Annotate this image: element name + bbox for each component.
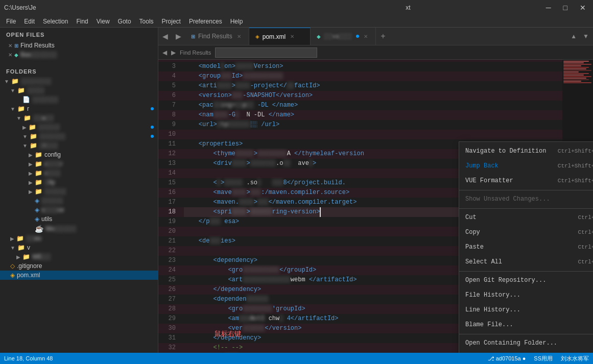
close-find-results[interactable]: ✕ (8, 43, 12, 48)
folder-es[interactable]: ▶ 📁 ░░es (0, 234, 158, 243)
arrow-dot: ▼ (10, 88, 15, 93)
search-input[interactable] (215, 47, 317, 58)
ctx-line-history[interactable]: Line History... (459, 303, 593, 318)
line-numbers: 3 4 5 6 7 8 9 10 11 12 13 14 15 16 17 18 (158, 60, 180, 353)
arrow-config: ▶ (29, 152, 33, 158)
maximize-button[interactable]: □ (560, 3, 571, 13)
ctx-copy[interactable]: Copy Ctrl+C (459, 225, 593, 240)
ctx-select-all[interactable]: Select All Ctrl+A (459, 255, 593, 270)
tab-va-close[interactable]: ✕ (362, 33, 369, 40)
file-sub5[interactable]: ▶ ◈ ░░░░░ (0, 196, 158, 205)
menu-item-view[interactable]: View (92, 17, 114, 26)
folder-sub2[interactable]: ▼ 📁 ░░░░░░ (0, 132, 158, 141)
menu-item-preferences[interactable]: Preferences (185, 17, 226, 26)
menu-item-find[interactable]: Find (72, 17, 92, 26)
context-menu: Navigate to Definition Ctrl+Shift+, Jump… (459, 141, 593, 353)
search-nav-prev[interactable]: ◀ (162, 49, 167, 56)
folder-c2[interactable]: ▶ 📁 c░░░ (0, 168, 158, 178)
file-wo[interactable]: ▶ ☕ Wo░░░░░ (0, 224, 158, 234)
folder-sub1[interactable]: ▶ 📁 ░░░░░ (0, 123, 158, 132)
folder-ity[interactable]: ▶ 📁 ░ity (0, 178, 158, 187)
tab-next-btn[interactable]: ▶ (172, 28, 185, 45)
folder-r[interactable]: ▼ 📁 r (0, 104, 158, 113)
menu-item-tools[interactable]: Tools (135, 17, 158, 26)
folder-cr[interactable]: ▶ 📁 c░░░r (0, 159, 158, 168)
file-utils[interactable]: ▶ ◈ utils (0, 214, 158, 224)
title-suffix: xt (273, 4, 542, 11)
tab-pomxml-close[interactable]: ✕ (289, 33, 296, 40)
folder-root[interactable]: ▼ 📁 ░░░░░░░ (0, 77, 158, 86)
status-author[interactable]: 刘水水将军 (561, 355, 589, 362)
ctx-cut[interactable]: Cut Ctrl+X (459, 210, 593, 225)
menu-item-project[interactable]: Project (158, 17, 185, 26)
folder-config-icon: 📁 (35, 151, 42, 158)
tab-add-btn[interactable]: + (376, 28, 390, 45)
minimize-button[interactable]: ─ (543, 3, 554, 13)
tab-scroll-down[interactable]: ▼ (581, 32, 591, 41)
arrow-c2: ▶ (29, 171, 33, 176)
tab-scroll-up[interactable]: ▲ (568, 32, 579, 41)
folder-sub4[interactable]: ▶ 📁 ░░░░░ (0, 187, 158, 196)
ctx-paste-shortcut: Ctrl+V (578, 242, 593, 252)
folder-v-icon: 📁 (17, 244, 25, 251)
folder-config-label: config (44, 151, 61, 158)
code-line-7: <pac░░ing>░░p░░ -DL </name> (184, 101, 562, 110)
menu-item-goto[interactable]: Goto (114, 17, 135, 26)
file-item-1[interactable]: ▶ 📄 ░░░░░░ (0, 95, 158, 104)
search-nav-next[interactable]: ▶ (171, 49, 176, 56)
menu-item-edit[interactable]: Edit (20, 17, 39, 26)
editor-content[interactable]: 3 4 5 6 7 8 9 10 11 12 13 14 15 16 17 18 (158, 60, 593, 353)
close-bas[interactable]: ✕ (8, 52, 12, 58)
ln-15: 15 (158, 178, 176, 188)
file-gitignore[interactable]: ▶ ◇ .gitignore (0, 261, 158, 271)
ctx-jump-back[interactable]: Jump Back Ctrl+Shift+, (459, 159, 593, 174)
file-sce[interactable]: ▶ ◈ s░░░ce (0, 205, 158, 214)
folder-we[interactable]: ▶ 📁 WE░░ (0, 252, 158, 261)
ctx-blame-file[interactable]: Blame File... (459, 318, 593, 332)
ctx-file-history[interactable]: File History... (459, 288, 593, 303)
ln-22: 22 (158, 246, 176, 256)
ctx-blame-file-label: Blame File... (465, 320, 513, 330)
tab-va[interactable]: ◆ ░░va░░░ ✕ (311, 28, 376, 45)
folder-es-icon: 📁 (16, 235, 24, 242)
menu-item-file[interactable]: File (2, 17, 20, 26)
folder-l[interactable]: ▼ 📁 ░l░░░ (0, 141, 158, 150)
tab-prev-btn[interactable]: ◀ (158, 28, 172, 45)
arrow-a: ▼ (16, 115, 21, 121)
menu-item-help[interactable]: Help (226, 17, 247, 26)
ctx-vue-formatter[interactable]: VUE Formatter Ctrl+Shift+G (459, 174, 593, 188)
open-files-list: ✕ ⊞ Find Results ✕ ◆ Bas░░░░░░ (0, 40, 158, 60)
ln-20: 20 (158, 227, 176, 236)
close-button[interactable]: ✕ (577, 3, 589, 13)
folder-config[interactable]: ▶ 📁 config (0, 150, 158, 159)
status-user[interactable]: SS用用 (534, 355, 553, 362)
file-pomxml[interactable]: ▶ ◈ pom.xml (0, 271, 158, 280)
ctx-copy-path[interactable]: Copy File Path (459, 351, 593, 353)
folder-c2-icon: 📁 (35, 169, 42, 177)
code-line-3: <model░on>░░░░░Version> (184, 62, 562, 71)
folder-dot[interactable]: ▼ 📁 ░░░░ (0, 86, 158, 95)
folder-v[interactable]: ▼ 📁 v (0, 243, 158, 252)
tab-find-results[interactable]: ⊞ Find Results ✕ (185, 28, 249, 45)
menu-item-selection[interactable]: Selection (39, 17, 72, 26)
tab-pomxml[interactable]: ◈ pom.xml ✕ (249, 28, 311, 45)
ctx-navigate-definition[interactable]: Navigate to Definition Ctrl+Shift+, (459, 144, 593, 159)
open-file-bas[interactable]: ✕ ◆ Bas░░░░░░ (0, 50, 158, 59)
status-bar: Line 18, Column 48 ⎇ ad07015a ● SS用用 刘水水… (0, 353, 593, 364)
status-git[interactable]: ⎇ ad07015a ● (488, 355, 526, 362)
open-file-find-results[interactable]: ✕ ⊞ Find Results (0, 41, 158, 50)
folder-we-label: WE░░ (32, 253, 51, 260)
sidebar: OPEN FILES ✕ ⊞ Find Results ✕ ◆ Bas░░░░░… (0, 28, 158, 353)
ctx-show-unsaved-label: Show Unsaved Changes... (465, 195, 550, 204)
tab-bar: ◀ ▶ ⊞ Find Results ✕ ◈ pom.xml ✕ ◆ ░░va░… (158, 28, 593, 45)
ctx-open-git[interactable]: Open Git Repository... (459, 273, 593, 288)
arrow-cr: ▶ (29, 161, 33, 167)
ctx-open-folder[interactable]: Open Containing Folder... (459, 336, 593, 351)
status-position[interactable]: Line 18, Column 48 (4, 355, 53, 361)
tab-find-results-close[interactable]: ✕ (235, 33, 243, 40)
ctx-paste[interactable]: Paste Ctrl+V (459, 240, 593, 255)
status-git-indicator: ● (523, 355, 526, 361)
folder-a[interactable]: ▼ 📁 ░░a░░ (0, 113, 158, 123)
code-line-5: <arti░░░░>░░░░-project</░░factId> (184, 81, 562, 91)
find-results-icon: ⊞ (14, 43, 18, 48)
